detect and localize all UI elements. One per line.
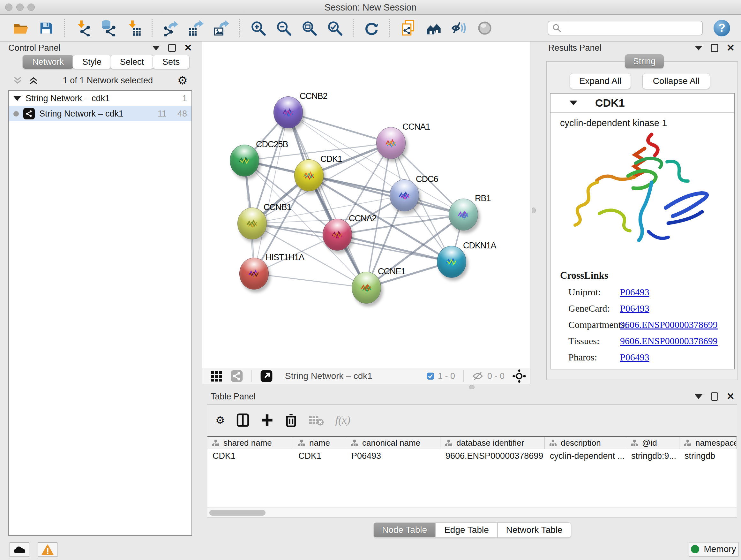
export-table-icon[interactable] [188,20,204,37]
network-node-cdk1[interactable] [294,159,324,191]
column-header-database-identifier[interactable]: database identifier [441,437,545,449]
column-header-namespace[interactable]: namespace [679,437,737,449]
network-canvas[interactable]: CCNB2CCNA1CDC25BCDK1CDC6RB1CCNB1CCNA2CDK… [202,42,530,368]
horizontal-splitter[interactable] [202,384,741,390]
zoom-selected-icon[interactable] [327,20,343,37]
open-session-icon[interactable] [12,20,29,37]
column-header-description[interactable]: description [545,437,626,449]
column-header-id[interactable]: @id [626,437,679,449]
network-edge[interactable] [254,112,288,273]
memory-button[interactable]: Memory [689,542,738,557]
open-in-window-icon[interactable] [258,368,275,384]
toolbar-separator [353,19,354,37]
show-columns-icon[interactable] [237,413,249,427]
column-header-canonical-name[interactable]: canonical name [346,437,441,449]
tab-style[interactable]: Style [72,55,111,69]
panel-menu-icon[interactable] [152,46,160,51]
network-collection-row[interactable]: String Network – cdk1 1 [9,91,192,106]
tab-sets[interactable]: Sets [152,55,190,69]
crosslink-uniprot[interactable]: P06493 [620,287,650,298]
import-table-icon[interactable] [125,20,142,37]
scrollbar-thumb[interactable] [209,510,266,516]
tab-network-table[interactable]: Network Table [497,522,571,538]
panel-float-icon[interactable] [711,392,718,401]
save-session-icon[interactable] [38,20,54,37]
tab-select[interactable]: Select [110,55,154,69]
network-node-ccne1[interactable] [352,272,381,304]
network-node-hist1h1a[interactable] [239,258,269,290]
tab-edge-table[interactable]: Edge Table [435,522,497,538]
collapse-all-icon[interactable] [13,76,22,85]
column-header-name[interactable]: name [293,437,346,449]
zoom-in-icon[interactable] [250,20,266,37]
collection-expand-icon[interactable] [13,96,21,101]
expand-all-button[interactable]: Expand All [569,73,631,89]
network-node-cdkn1a[interactable] [437,246,466,278]
cloud-status-button[interactable] [10,543,29,557]
zoom-fit-icon[interactable] [301,20,318,37]
tab-string[interactable]: String [625,54,664,68]
panel-menu-icon[interactable] [695,46,702,51]
crosslink-genecard[interactable]: P06493 [620,303,650,314]
delete-table-icon[interactable] [309,415,324,426]
panel-float-icon[interactable] [711,44,718,52]
network-options-gear-icon[interactable]: ⚙ [178,75,188,86]
network-node-cdc25b[interactable] [230,145,259,177]
function-builder-icon[interactable]: f(x) [335,414,350,426]
column-header-shared-name[interactable]: shared name [207,437,293,449]
panel-close-icon[interactable]: ✕ [727,43,735,53]
network-node-label: CCNE1 [378,266,406,276]
network-node-rb1[interactable] [449,199,478,231]
import-network-database-icon[interactable] [100,20,117,37]
birds-eye-view-icon[interactable] [208,368,225,384]
export-image-icon[interactable] [213,20,230,37]
gene-collapse-icon[interactable] [569,101,577,105]
table-options-gear-icon[interactable]: ⚙ [215,415,225,426]
tab-network[interactable]: Network [22,55,74,69]
network-item-row[interactable]: String Network – cdk1 11 48 [9,106,192,121]
warnings-button[interactable] [38,543,57,557]
sphere-icon[interactable] [476,20,493,37]
panel-float-icon[interactable] [168,44,176,52]
fit-selected-crosshair-icon[interactable] [512,369,526,383]
table-horizontal-scrollbar[interactable] [207,508,737,517]
crosslink-tissues[interactable]: 9606.ENSP00000378699 [620,335,718,347]
panel-close-icon[interactable]: ✕ [184,43,192,53]
network-node-ccnb2[interactable] [273,97,303,128]
hide-glasses-icon[interactable] [451,20,468,37]
control-panel: Control Panel ✕ Network Style Select Set… [0,42,199,539]
crosslink-pharos[interactable]: P06493 [620,352,650,363]
string-home-icon[interactable] [425,20,442,37]
network-share-icon[interactable] [228,368,245,384]
crosslink-compartments[interactable]: 9606.ENSP00000378699 [620,319,718,330]
network-edge[interactable] [337,235,452,262]
network-node-ccnb1[interactable] [238,207,267,240]
network-edge[interactable] [288,112,391,143]
zoom-out-icon[interactable] [275,20,292,37]
selected-nodes-checkbox[interactable] [427,373,434,380]
panel-close-icon[interactable]: ✕ [727,392,735,401]
toolbar-separator [463,370,464,382]
vertical-splitter-handle[interactable] [532,207,536,213]
help-button[interactable]: ? [714,20,730,37]
clone-network-icon[interactable] [400,20,416,37]
search-input[interactable] [548,21,703,36]
add-column-icon[interactable] [261,413,273,427]
network-node-ccna2[interactable] [323,219,352,251]
export-network-icon[interactable] [162,20,179,37]
expand-all-icon[interactable] [29,76,38,85]
network-edge[interactable] [254,273,366,288]
network-node-ccna1[interactable] [376,127,406,159]
gene-card-header[interactable]: CDK1 [550,94,734,113]
tab-node-table[interactable]: Node Table [374,522,435,538]
network-node-cdc6[interactable] [390,179,419,211]
table-row[interactable]: CDK1 CDK1 P06493 9606.ENSP00000378699 cy… [207,449,737,462]
import-network-icon[interactable] [74,20,91,37]
toolbar-separator [389,19,390,37]
panel-menu-icon[interactable] [695,394,702,399]
search-icon [552,23,562,34]
splitter-handle[interactable] [469,385,475,389]
delete-column-icon[interactable] [285,413,297,428]
refresh-icon[interactable] [363,20,380,37]
collapse-all-button[interactable]: Collapse All [643,73,710,89]
